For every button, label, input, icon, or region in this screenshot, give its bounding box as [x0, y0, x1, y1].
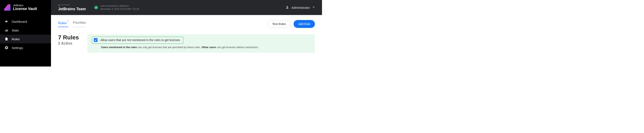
- page-subtitle: 2 Active: [58, 41, 79, 46]
- desc-bold1: Users mentioned in the rules: [101, 46, 137, 49]
- logo-text: JetBrains License Vault: [13, 4, 37, 11]
- sidebar-item-label: Stats: [12, 28, 19, 32]
- page-title: 7 Rules: [58, 34, 79, 41]
- tab-priorities[interactable]: Priorities: [73, 21, 86, 27]
- content: Rules7 Priorities Test Rules Add Rule 7 …: [51, 15, 322, 66]
- user-icon: [286, 5, 289, 9]
- sidebar-item-label: Rules: [12, 37, 20, 41]
- header-bar: ID ********* JetBrains Team Last connect…: [51, 0, 322, 15]
- tab-rules[interactable]: Rules7: [58, 21, 68, 27]
- notice-panel: Allow users that are not mentioned in th…: [87, 34, 315, 53]
- svg-point-4: [287, 6, 288, 7]
- team-block: ID ********* JetBrains Team: [58, 4, 86, 11]
- tabs: Rules7 Priorities: [58, 21, 86, 27]
- sidebar-item-stats[interactable]: Stats: [0, 26, 51, 35]
- svg-marker-0: [4, 4, 10, 11]
- sidebar-item-rules[interactable]: Rules: [0, 35, 51, 43]
- sidebar: JetBrains License Vault Dashboard Stats …: [0, 0, 51, 66]
- svg-rect-1: [5, 30, 6, 31]
- add-rule-button[interactable]: Add Rule: [294, 20, 315, 28]
- checkbox-label: Allow users that are not mentioned in th…: [100, 38, 180, 42]
- status-line2: November 3, 2023 18.02 GMT +01:00: [100, 7, 139, 11]
- bar-chart-icon: [4, 28, 8, 32]
- team-id: ID *********: [58, 4, 86, 6]
- sidebar-item-label: Settings: [12, 46, 23, 50]
- notice-description: Users mentioned in the rules can only ge…: [92, 45, 310, 49]
- connection-status-text: Last connected to JetBrains November 3, …: [100, 4, 139, 11]
- logo: JetBrains License Vault: [0, 0, 51, 15]
- tab-label: Priorities: [73, 21, 86, 24]
- svg-rect-3: [7, 30, 8, 31]
- sidebar-nav: Dashboard Stats Rules Settings: [0, 15, 51, 52]
- action-buttons: Test Rules Add Rule: [268, 20, 315, 28]
- svg-marker-5: [312, 7, 315, 8]
- sidebar-item-dashboard[interactable]: Dashboard: [0, 17, 51, 26]
- connection-status: Last connected to JetBrains November 3, …: [94, 4, 139, 11]
- user-name: Administrator: [292, 6, 310, 9]
- notice-top: Allow users that are not mentioned in th…: [92, 37, 310, 44]
- product-name: License Vault: [13, 7, 37, 11]
- id-label: ID: [58, 4, 60, 6]
- team-name: JetBrains Team: [58, 7, 86, 11]
- heading-row: 7 Rules 2 Active Allow users that are no…: [58, 34, 315, 53]
- heading-block: 7 Rules 2 Active: [58, 34, 79, 46]
- gear-icon: [4, 46, 8, 50]
- id-value: *********: [61, 4, 70, 6]
- tab-label: Rules: [58, 21, 67, 25]
- test-rules-button[interactable]: Test Rules: [268, 20, 291, 28]
- chevron-down-icon: [312, 6, 315, 9]
- tabs-row: Rules7 Priorities Test Rules Add Rule: [58, 20, 315, 28]
- user-menu[interactable]: Administrator: [286, 5, 315, 9]
- brand-name: JetBrains: [13, 4, 37, 7]
- check-circle-icon: [94, 6, 98, 9]
- sidebar-item-settings[interactable]: Settings: [0, 43, 51, 52]
- sidebar-item-label: Dashboard: [12, 20, 27, 23]
- logo-mark-icon: [4, 4, 10, 11]
- desc-mid: can only get licenses that are permitted…: [137, 46, 202, 49]
- allow-unmentioned-option[interactable]: Allow users that are not mentioned in th…: [92, 37, 183, 44]
- svg-rect-2: [6, 29, 7, 32]
- desc-bold2: Other users: [202, 46, 216, 49]
- checkbox-checked-icon[interactable]: [94, 38, 98, 42]
- status-line1: Last connected to JetBrains: [100, 4, 139, 7]
- document-icon: [4, 37, 8, 41]
- tab-count: 7: [67, 20, 68, 22]
- megaphone-icon: [4, 20, 8, 23]
- main: ID ********* JetBrains Team Last connect…: [51, 0, 322, 66]
- desc-end: can get licenses without restrictions.: [216, 46, 259, 49]
